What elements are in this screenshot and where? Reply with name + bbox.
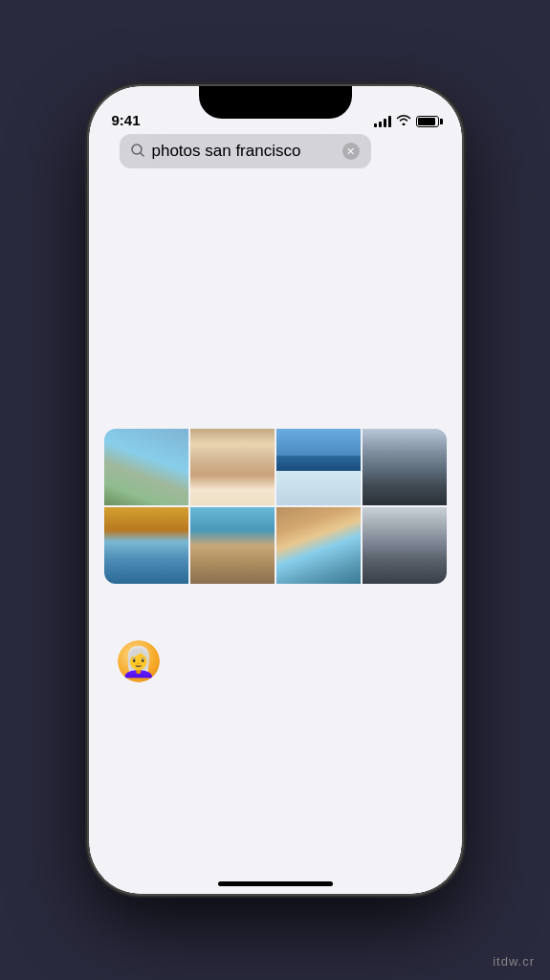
photo-cell[interactable]	[104, 507, 188, 584]
photo-cell[interactable]	[104, 429, 188, 505]
search-bar[interactable]: photos san francisco ✕	[120, 134, 371, 168]
home-indicator[interactable]	[218, 881, 333, 886]
search-clear-button[interactable]: ✕	[342, 143, 360, 160]
avatar	[118, 640, 160, 682]
photo-cell[interactable]	[363, 429, 447, 505]
screen-content: 9:41	[89, 86, 462, 894]
phone-frame: 9:41	[89, 86, 462, 894]
status-icons	[374, 114, 439, 128]
svg-line-1	[141, 153, 143, 156]
photo-cell[interactable]	[363, 507, 447, 584]
phone-screen: 9:41	[89, 86, 462, 894]
avatar-face	[118, 640, 160, 682]
photo-cell[interactable]	[190, 507, 275, 584]
wifi-icon	[396, 114, 411, 128]
clear-icon: ✕	[346, 145, 355, 158]
battery-icon	[416, 116, 439, 127]
notch	[199, 86, 352, 119]
status-time: 9:41	[112, 112, 141, 128]
photo-cell[interactable]	[190, 429, 275, 505]
search-icon	[131, 144, 144, 160]
photo-cell[interactable]	[276, 507, 361, 584]
signal-icon	[374, 116, 391, 127]
page-wrapper: itdw.cr 9:41	[0, 0, 550, 980]
photo-cell[interactable]	[276, 429, 361, 505]
search-query-text: photos san francisco	[152, 142, 335, 161]
watermark: itdw.cr	[493, 954, 535, 969]
